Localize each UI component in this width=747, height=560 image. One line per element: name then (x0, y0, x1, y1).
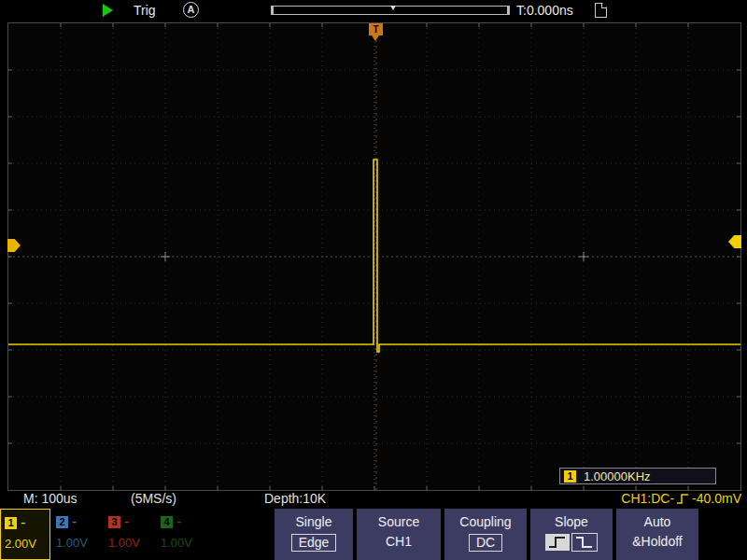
rising-edge-icon (545, 534, 570, 551)
channel-3-scale: 1.00V (108, 536, 151, 550)
horizontal-position-bar[interactable] (271, 6, 510, 15)
rising-edge-icon (676, 492, 690, 505)
menu-source-button[interactable]: Source CH1 (357, 509, 441, 560)
channel-1-chip: 1 (5, 517, 17, 529)
channel-2-scale: 1.00V (56, 536, 99, 550)
channel-4-chip: 4 (161, 516, 173, 528)
oscilloscope-screen: Trig A T:0.000ns T 1 1.00000KHz M: 100us… (0, 0, 747, 560)
trigger-readout: CH1:DC- -40.0mV (621, 491, 741, 506)
channel-1-box[interactable]: 1 - 2.00V (0, 509, 50, 560)
menu-source-label: Source (357, 514, 441, 529)
channel-3-sep: - (124, 513, 129, 530)
menu-source-value: CH1 (386, 534, 412, 549)
menu-coupling-label: Coupling (444, 514, 527, 529)
status-bar: M: 100us (5MS/s) Depth:10K CH1:DC- -40.0… (0, 489, 747, 509)
channel-3-chip: 3 (108, 516, 120, 528)
trigger-source-text: CH1:DC- (621, 491, 674, 506)
graticule: T 1 1.00000KHz (7, 22, 741, 491)
menu-single-label: Single (275, 514, 353, 529)
menu-single-button[interactable]: Single Edge (275, 509, 353, 560)
frequency-readout: 1 1.00000KHz (559, 468, 716, 484)
channel-4-sep: - (176, 513, 181, 530)
channel-4-box[interactable]: 4 - 1.00V (157, 509, 207, 560)
trigger-level-text: -40.0mV (692, 491, 741, 506)
top-bar: Trig A T:0.000ns (0, 0, 747, 22)
menu-auto-holdoff-button[interactable]: Auto &Holdoff (616, 509, 698, 560)
timebase-readout: M: 100us (23, 491, 78, 506)
menu-coupling-button[interactable]: Coupling DC (444, 509, 527, 560)
channel-1-sep: - (21, 514, 25, 531)
menu-slope-label: Slope (530, 514, 613, 529)
menu-auto-label: Auto (616, 514, 698, 529)
run-arrow-icon (103, 4, 113, 17)
waveform-canvas (8, 23, 740, 490)
channel-1-scale: 2.00V (5, 537, 46, 551)
channel-2-sep: - (72, 513, 77, 530)
menu-bar: 1 - 2.00V 2 - 1.00V 3 - 1.00V 4 - 1.00V (0, 509, 747, 560)
freq-value: 1.00000KHz (584, 469, 651, 483)
channel-2-box[interactable]: 2 - 1.00V (52, 509, 103, 560)
menu-slope-button[interactable]: Slope (530, 509, 613, 560)
menu-single-value: Edge (291, 534, 337, 552)
menu-coupling-value: DC (469, 534, 502, 552)
menu-auto-value: &Holdoff (632, 534, 682, 549)
horizontal-position-marker[interactable] (390, 6, 396, 15)
page-icon[interactable] (595, 3, 607, 18)
channel-4-scale: 1.00V (161, 536, 204, 550)
freq-channel-chip: 1 (564, 470, 576, 483)
falling-edge-icon (571, 533, 598, 552)
channel-2-chip: 2 (56, 516, 68, 528)
channel-3-box[interactable]: 3 - 1.00V (105, 509, 155, 560)
time-offset-readout: T:0.000ns (516, 3, 573, 18)
memory-depth-readout: Depth:10K (264, 491, 326, 506)
trigger-position-marker[interactable]: T (369, 23, 383, 35)
trig-label: Trig (134, 3, 156, 18)
sample-rate-readout: (5MS/s) (131, 491, 176, 506)
auto-mode-icon: A (183, 2, 199, 18)
